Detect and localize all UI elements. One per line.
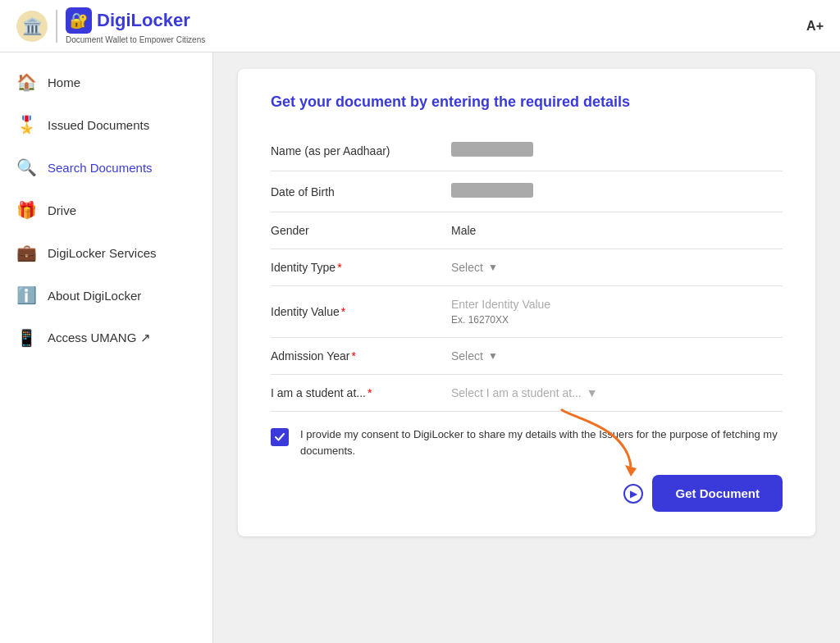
identity-value-input[interactable] [451, 298, 783, 311]
dob-value [451, 183, 783, 200]
sidebar-label-services: DigiLocker Services [48, 246, 157, 260]
logo-name: DigiLocker [97, 10, 190, 31]
sidebar-label-drive: Drive [48, 203, 76, 217]
identity-type-placeholder: Select [451, 261, 483, 274]
get-document-button[interactable]: Get Document [652, 475, 783, 512]
consent-row: I provide my consent to DigiLocker to sh… [271, 412, 783, 467]
student-at-required: * [368, 386, 372, 399]
sidebar-label-issued: Issued Documents [48, 118, 149, 132]
sidebar: 🏠 Home 🎖️ Issued Documents 🔍 Search Docu… [0, 52, 213, 643]
sidebar-item-home[interactable]: 🏠 Home [0, 61, 212, 103]
emblem-icon: 🏛️ [16, 11, 48, 42]
sidebar-item-about[interactable]: ℹ️ About DigiLocker [0, 274, 212, 317]
identity-value-label: Identity Value* [271, 305, 451, 318]
student-at-dropdown-icon: ▼ [587, 386, 598, 399]
search-icon: 🔍 [16, 157, 36, 177]
gender-row: Gender Male [271, 212, 783, 249]
sidebar-item-umang[interactable]: 📱 Access UMANG ↗ [0, 317, 212, 359]
font-size-control[interactable]: A+ [806, 19, 824, 34]
identity-type-select[interactable]: Select ▼ [451, 261, 498, 274]
identity-value-hint: Ex. 16270XX [451, 314, 783, 326]
services-icon: 💼 [16, 243, 36, 262]
sidebar-item-search-documents[interactable]: 🔍 Search Documents [0, 146, 212, 189]
consent-text: I provide my consent to DigiLocker to sh… [300, 426, 783, 458]
student-at-placeholder: Select I am a student at... [451, 386, 582, 399]
umang-icon: 📱 [16, 328, 36, 348]
student-at-row: I am a student at...* Select I am a stud… [271, 375, 783, 412]
identity-type-select-wrapper: Select ▼ [451, 261, 783, 274]
consent-checkbox[interactable] [271, 428, 289, 446]
issued-docs-icon: 🎖️ [16, 115, 36, 135]
student-at-label: I am a student at...* [271, 386, 451, 399]
identity-type-label: Identity Type* [271, 261, 451, 274]
sidebar-label-umang: Access UMANG ↗ [48, 331, 151, 345]
header: 🏛️ 🔐 DigiLocker Document Wallet to Empow… [0, 0, 840, 52]
identity-value-required: * [341, 305, 345, 318]
identity-type-required: * [337, 261, 341, 274]
form-title: Get your document by entering the requir… [271, 93, 783, 111]
dob-row: Date of Birth [271, 171, 783, 212]
play-icon[interactable]: ▶ [623, 484, 643, 504]
dob-label: Date of Birth [271, 185, 451, 198]
dob-redacted [451, 183, 533, 198]
sidebar-item-drive[interactable]: 🎁 Drive [0, 189, 212, 231]
admission-year-label: Admission Year* [271, 349, 451, 363]
bottom-bar: ▶ Get Document [271, 467, 783, 512]
logo-subtitle: Document Wallet to Empower Citizens [66, 35, 205, 44]
svg-marker-0 [625, 465, 637, 477]
logo-divider [56, 10, 57, 43]
identity-value-wrapper: Ex. 16270XX [451, 298, 783, 326]
main-layout: 🏠 Home 🎖️ Issued Documents 🔍 Search Docu… [0, 52, 840, 643]
drive-icon: 🎁 [16, 200, 36, 220]
admission-year-required: * [352, 349, 356, 363]
admission-year-select-wrapper: Select ▼ [451, 349, 783, 363]
about-icon: ℹ️ [16, 285, 36, 305]
student-at-select-wrapper: Select I am a student at... ▼ [451, 386, 783, 399]
sidebar-label-search: Search Documents [48, 161, 153, 175]
document-form-card: Get your document by entering the requir… [238, 69, 815, 536]
home-icon: 🏠 [16, 72, 36, 92]
admission-year-placeholder: Select [451, 349, 483, 363]
gender-value: Male [451, 224, 783, 237]
identity-type-row: Identity Type* Select ▼ [271, 249, 783, 286]
sidebar-item-digilocker-services[interactable]: 💼 DigiLocker Services [0, 231, 212, 274]
identity-value-row: Identity Value* Ex. 16270XX [271, 286, 783, 338]
sidebar-label-about: About DigiLocker [48, 289, 141, 303]
admission-year-row: Admission Year* Select ▼ [271, 338, 783, 375]
admission-year-select[interactable]: Select ▼ [451, 349, 498, 363]
identity-type-dropdown-icon: ▼ [488, 262, 498, 273]
gender-label: Gender [271, 224, 451, 237]
name-value [451, 142, 783, 159]
admission-year-dropdown-icon: ▼ [488, 350, 498, 362]
name-label: Name (as per Aadhaar) [271, 144, 451, 157]
logo-box: 🔐 DigiLocker Document Wallet to Empower … [66, 7, 205, 44]
sidebar-label-home: Home [48, 75, 80, 89]
student-at-select[interactable]: Select I am a student at... ▼ [451, 386, 598, 399]
digilocker-icon: 🔐 [66, 7, 92, 34]
name-row: Name (as per Aadhaar) [271, 130, 783, 171]
logo-container: 🏛️ 🔐 DigiLocker Document Wallet to Empow… [16, 7, 205, 44]
check-icon [274, 431, 285, 443]
logo-icon-row: 🔐 DigiLocker [66, 7, 190, 34]
name-redacted [451, 142, 533, 157]
main-content: Get your document by entering the requir… [213, 52, 840, 643]
sidebar-item-issued-documents[interactable]: 🎖️ Issued Documents [0, 103, 212, 146]
